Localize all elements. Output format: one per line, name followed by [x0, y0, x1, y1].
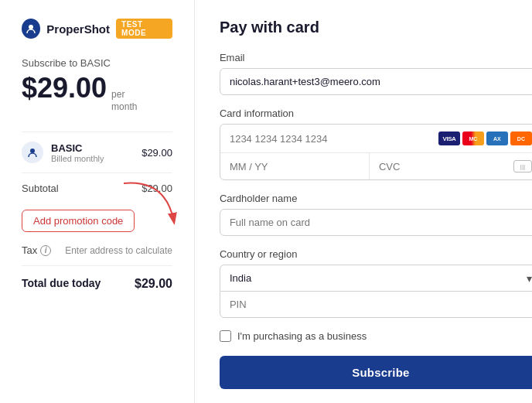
country-label: Country or region — [220, 248, 532, 260]
card-number-input[interactable] — [230, 133, 432, 145]
brand-logo-icon — [22, 19, 40, 39]
subscribe-label: Subscribe to BASIC — [22, 57, 172, 69]
mastercard-icon: MC — [462, 131, 484, 145]
price-row: $29.00 per month — [22, 72, 172, 113]
card-info-group: Card information VISA MC AX DC ||| — [220, 108, 532, 180]
email-group: Email — [220, 52, 532, 95]
total-row: Total due today $29.00 — [22, 266, 172, 302]
discover-icon: DC — [510, 131, 532, 145]
total-label: Total due today — [22, 277, 101, 291]
visa-icon: VISA — [438, 131, 460, 145]
cvc-card-icon: ||| — [513, 160, 532, 172]
svg-point-1 — [30, 149, 35, 153]
right-panel: Pay with card Email Card information VIS… — [195, 0, 532, 403]
card-cvc-input[interactable] — [379, 161, 509, 172]
brand-name: ProperShot — [46, 22, 110, 36]
subtotal-row: Subtotal $29.00 — [22, 172, 172, 203]
tax-row: Tax i Enter address to calculate — [22, 241, 172, 266]
subtotal-amount: $29.00 — [142, 183, 172, 194]
business-checkbox-row: I'm purchasing as a business — [220, 330, 532, 342]
card-icons: VISA MC AX DC — [438, 131, 532, 145]
plan-billing: Billed monthly — [51, 154, 104, 163]
total-amount: $29.00 — [135, 277, 172, 291]
brand-header: ProperShot TEST MODE — [22, 19, 172, 39]
left-panel: ProperShot TEST MODE Subscribe to BASIC … — [0, 0, 195, 403]
cardholder-group: Cardholder name — [220, 193, 532, 236]
svg-point-0 — [29, 25, 33, 29]
plan-name: BASIC — [51, 142, 104, 154]
card-expiry-input[interactable] — [220, 153, 370, 179]
price-period: per month — [111, 89, 137, 113]
cardholder-label: Cardholder name — [220, 193, 532, 204]
consent-text: By confirming your subscription, you all… — [220, 400, 532, 403]
test-mode-badge: TEST MODE — [116, 19, 172, 39]
country-group: Country or region India United States Un… — [220, 248, 532, 318]
subscribe-button[interactable]: Subscribe — [220, 356, 532, 389]
add-promo-button[interactable]: Add promotion code — [22, 210, 135, 232]
tax-info-icon: i — [40, 245, 51, 256]
tax-label-text: Tax — [22, 244, 37, 256]
promo-row: Add promotion code — [22, 203, 172, 241]
left-footer: Powered by stripe | Terms Privacy — [22, 385, 172, 403]
pin-input[interactable] — [220, 292, 532, 317]
business-checkbox-label[interactable]: I'm purchasing as a business — [237, 330, 367, 342]
plan-price: $29.00 — [142, 147, 172, 159]
plan-row: BASIC Billed monthly $29.00 — [22, 131, 172, 172]
cardholder-input[interactable] — [220, 209, 532, 236]
card-info-wrapper: VISA MC AX DC ||| — [220, 124, 532, 180]
card-info-label: Card information — [220, 108, 532, 119]
business-checkbox[interactable] — [220, 330, 231, 342]
email-label: Email — [220, 52, 532, 63]
subtotal-label: Subtotal — [22, 183, 59, 194]
country-select[interactable]: India United States United Kingdom — [220, 265, 532, 291]
email-input[interactable] — [220, 68, 532, 95]
pay-title: Pay with card — [220, 19, 532, 36]
tax-address-text: Enter address to calculate — [65, 245, 172, 256]
price-amount: $29.00 — [22, 72, 107, 104]
amex-icon: AX — [486, 131, 508, 145]
plan-icon — [22, 142, 43, 163]
